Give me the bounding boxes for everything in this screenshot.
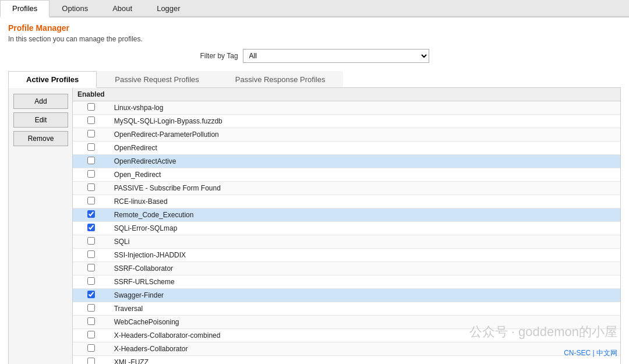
profile-name-cell: Swagger-Finder (109, 289, 620, 302)
profile-name-cell: RCE-linux-Based (109, 195, 620, 208)
page-content: Profile Manager In this section you can … (0, 17, 629, 364)
sidebar: Add Edit Remove (9, 88, 73, 364)
enabled-cell (73, 235, 109, 249)
enabled-cell (73, 356, 109, 365)
enabled-cell (73, 302, 109, 316)
filter-label: Filter by Tag (200, 52, 238, 60)
table-row[interactable]: Remote_Code_Execution (73, 208, 620, 222)
col-name (109, 88, 620, 101)
table-row[interactable]: SSI-Injection-JHADDIX (73, 249, 620, 262)
profile-name-cell: SQLi (109, 235, 620, 249)
enabled-cell (73, 168, 109, 182)
profile-name-cell: Open_Redirect (109, 168, 620, 182)
table-row[interactable]: X-Headers-Collaborator (73, 342, 620, 356)
sub-tab-passive-response-profiles[interactable]: Passive Response Profiles (217, 71, 344, 87)
page-description: In this section you can manage the profi… (8, 35, 621, 43)
page-title: Profile Manager (8, 23, 621, 33)
enabled-cell (73, 316, 109, 329)
profile-name-cell: Traversal (109, 302, 620, 316)
enabled-cell (73, 222, 109, 235)
table-row[interactable]: OpenRedirect (73, 142, 620, 155)
enabled-checkbox[interactable] (87, 250, 95, 258)
enabled-checkbox[interactable] (87, 264, 95, 271)
table-row[interactable]: SQLi (73, 235, 620, 249)
enabled-checkbox[interactable] (87, 317, 95, 325)
profile-name-cell: Remote_Code_Execution (109, 208, 620, 222)
enabled-cell (73, 155, 109, 168)
enabled-cell (73, 195, 109, 208)
profiles-table: Enabled Linux-vshpa-logMySQL-SQLi-Login-… (73, 88, 620, 364)
enabled-cell (73, 128, 109, 142)
table-row[interactable]: WebCachePoisoning (73, 316, 620, 329)
enabled-cell (73, 275, 109, 289)
table-row[interactable]: XML-FUZZ (73, 356, 620, 365)
enabled-cell (73, 208, 109, 222)
table-row[interactable]: Open_Redirect (73, 168, 620, 182)
table-row[interactable]: RCE-linux-Based (73, 195, 620, 208)
enabled-checkbox[interactable] (87, 331, 95, 338)
enabled-checkbox[interactable] (87, 291, 95, 298)
profile-name-cell: SSI-Injection-JHADDIX (109, 249, 620, 262)
enabled-checkbox[interactable] (87, 237, 95, 245)
table-row[interactable]: Swagger-Finder (73, 289, 620, 302)
enabled-checkbox[interactable] (87, 224, 95, 231)
profile-name-cell: X-Headers-Collaborator-combined (109, 329, 620, 342)
table-row[interactable]: OpenRedirect-ParameterPollution (73, 128, 620, 142)
profile-name-cell: SSRF-Collaborator (109, 262, 620, 275)
enabled-cell (73, 115, 109, 128)
top-nav-tab-profiles[interactable]: Profiles (0, 0, 50, 17)
profile-name-cell: WebCachePoisoning (109, 316, 620, 329)
top-nav-tab-logger[interactable]: Logger (144, 0, 192, 16)
enabled-cell (73, 342, 109, 356)
enabled-checkbox[interactable] (87, 103, 95, 111)
enabled-checkbox[interactable] (87, 183, 95, 191)
enabled-cell (73, 329, 109, 342)
enabled-checkbox[interactable] (87, 304, 95, 312)
enabled-checkbox[interactable] (87, 157, 95, 164)
profile-name-cell: OpenRedirect-ParameterPollution (109, 128, 620, 142)
enabled-checkbox[interactable] (87, 143, 95, 151)
filter-select[interactable]: All (243, 49, 429, 63)
enabled-cell (73, 249, 109, 262)
table-area: Enabled Linux-vshpa-logMySQL-SQLi-Login-… (73, 88, 620, 364)
profile-name-cell: PASSIVE - Subscribe Form Found (109, 182, 620, 195)
top-nav-tab-options[interactable]: Options (50, 0, 100, 16)
table-row[interactable]: MySQL-SQLi-Login-Bypass.fuzzdb (73, 115, 620, 128)
profile-name-cell: Linux-vshpa-log (109, 101, 620, 115)
enabled-checkbox[interactable] (87, 170, 95, 178)
profile-name-cell: OpenRedirect (109, 142, 620, 155)
enabled-checkbox[interactable] (87, 197, 95, 204)
enabled-checkbox[interactable] (87, 130, 95, 137)
sub-tab-active-profiles[interactable]: Active Profiles (8, 71, 97, 88)
table-row[interactable]: OpenRedirectActive (73, 155, 620, 168)
add-button[interactable]: Add (13, 94, 68, 109)
table-row[interactable]: Traversal (73, 302, 620, 316)
table-row[interactable]: SSRF-URLScheme (73, 275, 620, 289)
table-row[interactable]: Linux-vshpa-log (73, 101, 620, 115)
enabled-checkbox[interactable] (87, 358, 95, 364)
profile-name-cell: MySQL-SQLi-Login-Bypass.fuzzdb (109, 115, 620, 128)
profile-name-cell: SQLi-Error-SQLmap (109, 222, 620, 235)
enabled-checkbox[interactable] (87, 116, 95, 124)
enabled-checkbox[interactable] (87, 210, 95, 218)
top-nav: ProfilesOptionsAboutLogger (0, 0, 629, 17)
sub-tab-passive-request-profiles[interactable]: Passive Request Profiles (97, 71, 217, 87)
enabled-cell (73, 182, 109, 195)
enabled-checkbox[interactable] (87, 344, 95, 352)
profile-name-cell: XML-FUZZ (109, 356, 620, 365)
enabled-cell (73, 262, 109, 275)
main-layout: Add Edit Remove Enabled Linux-vshpa-logM… (8, 88, 621, 364)
table-row[interactable]: PASSIVE - Subscribe Form Found (73, 182, 620, 195)
table-row[interactable]: X-Headers-Collaborator-combined (73, 329, 620, 342)
sub-tabs: Active ProfilesPassive Request ProfilesP… (8, 71, 621, 88)
profile-name-cell: OpenRedirectActive (109, 155, 620, 168)
edit-button[interactable]: Edit (13, 112, 68, 128)
filter-bar: Filter by Tag All (8, 49, 621, 63)
table-row[interactable]: SSRF-Collaborator (73, 262, 620, 275)
enabled-cell (73, 289, 109, 302)
remove-button[interactable]: Remove (13, 131, 68, 146)
enabled-cell (73, 142, 109, 155)
enabled-checkbox[interactable] (87, 277, 95, 285)
top-nav-tab-about[interactable]: About (100, 0, 144, 16)
table-row[interactable]: SQLi-Error-SQLmap (73, 222, 620, 235)
